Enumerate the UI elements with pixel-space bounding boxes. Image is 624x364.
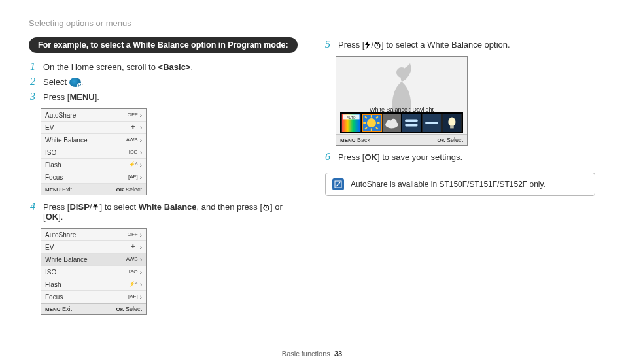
- menu-bottom-bar: MENU ExitOK Select: [41, 184, 146, 195]
- silhouette-icon: [379, 62, 425, 113]
- menu-row: AutoShareOFF›: [41, 229, 146, 241]
- step-6: 6 Press [OK] to save your settings.: [325, 150, 595, 165]
- svg-rect-37: [425, 122, 438, 124]
- menu-row-value: AWB›: [126, 137, 142, 144]
- step-text: ] to save your settings.: [377, 152, 462, 162]
- menu-row-label: AutoShare: [45, 112, 76, 119]
- menu-row: ISOISO›: [41, 266, 146, 278]
- menu-row-label: Focus: [45, 293, 63, 301]
- menu-row: White BalanceAWB›: [41, 254, 146, 266]
- left-column: For example, to select a White Balance o…: [29, 37, 300, 319]
- menu-row-value: OFF›: [128, 112, 142, 119]
- wb-thumb-fluorescent-h: [402, 114, 422, 132]
- menu-row-label: White Balance: [45, 256, 87, 263]
- note-box: AutoShare is available in ST150F/ST151F/…: [325, 173, 595, 196]
- step-text: Press [: [43, 92, 69, 102]
- step-text: , and then press [: [197, 202, 262, 212]
- footer-section: Basic functions: [282, 350, 330, 357]
- menu-button-label: MENU: [69, 92, 94, 102]
- menu-row: White BalanceAWB›: [41, 134, 146, 146]
- svg-marker-10: [365, 41, 370, 49]
- svg-rect-40: [450, 125, 454, 128]
- ok-button-label: OK: [364, 152, 377, 162]
- step-text-post: ].: [95, 92, 99, 102]
- svg-point-20: [367, 118, 376, 127]
- menu-row-label: Flash: [45, 161, 61, 169]
- step-number: 1: [30, 61, 35, 73]
- menu-row-label: White Balance: [45, 137, 87, 144]
- step-number: 6: [325, 151, 330, 163]
- menu-row-value: ✚›: [129, 244, 142, 251]
- exit-hint: MENU Exit: [45, 304, 72, 314]
- self-timer-icon: [373, 40, 381, 50]
- svg-point-4: [96, 204, 98, 206]
- back-hint: MENU Back: [340, 135, 370, 145]
- menu-row: ISOISO›: [41, 146, 146, 159]
- step-bold: <Basic>: [158, 62, 191, 72]
- menu-row: EV✚›: [41, 241, 146, 254]
- step-text: Press [: [338, 152, 364, 162]
- menu-row: Focus[AF]›: [41, 291, 146, 303]
- menu-row-label: ISO: [45, 269, 56, 276]
- step-text: Press [: [338, 40, 364, 50]
- svg-line-42: [336, 182, 340, 186]
- page-section-heading: Selecting options or menus: [29, 18, 595, 28]
- wb-thumb-auto: AUTO: [341, 114, 362, 132]
- menu-row-value: ⚡ᴬ›: [129, 161, 142, 169]
- menu-row-value: OFF›: [128, 231, 142, 239]
- svg-rect-5: [95, 207, 96, 210]
- self-timer-icon: [262, 202, 270, 212]
- preview-bottom-bar: MENU Back OK Select: [336, 134, 467, 145]
- page-footer: Basic functions 33: [0, 350, 624, 357]
- step-bold: White Balance: [139, 202, 197, 212]
- svg-point-39: [448, 118, 455, 127]
- step-number: 3: [30, 91, 35, 103]
- step-2: 2 Select .: [30, 74, 300, 90]
- menu-row-label: EV: [45, 244, 54, 251]
- step-5: 5 Press [/] to select a White Balance op…: [325, 37, 595, 52]
- example-heading-pill: For example, to select a White Balance o…: [29, 37, 298, 53]
- wb-thumb-cloudy: [382, 114, 402, 132]
- svg-line-9: [267, 205, 268, 206]
- svg-point-2: [97, 206, 99, 208]
- svg-point-1: [94, 206, 95, 208]
- svg-rect-35: [406, 124, 419, 126]
- svg-line-14: [378, 42, 379, 44]
- step-text: ] to select a White Balance option.: [381, 40, 510, 50]
- step-text: Select: [43, 77, 67, 87]
- svg-line-13: [375, 42, 377, 44]
- menu-row-label: Focus: [45, 174, 63, 181]
- step-3: 3 Press [MENU].: [30, 90, 300, 105]
- step-number: 5: [325, 39, 330, 50]
- right-column: 5 Press [/] to select a White Balance op…: [324, 37, 595, 319]
- menu-row-label: Flash: [45, 281, 61, 288]
- menu-row-label: ISO: [45, 149, 56, 156]
- svg-text:AUTO: AUTO: [347, 116, 356, 120]
- ok-button-label: OK: [46, 212, 59, 222]
- menu-row-value: ✚›: [129, 124, 142, 131]
- step-text: On the Home screen, scroll to: [43, 62, 158, 72]
- disp-button-label: DISP: [69, 202, 89, 212]
- select-hint: OK Select: [437, 135, 463, 145]
- menu-row: AutoShareOFF›: [41, 109, 146, 122]
- step-number: 4: [30, 201, 35, 212]
- white-balance-preview: White Balance : Daylight AUTO: [336, 56, 468, 146]
- svg-rect-33: [402, 114, 421, 132]
- menu-row-label: EV: [45, 124, 54, 131]
- menu-row: Flash⚡ᴬ›: [41, 159, 146, 171]
- white-balance-thumb-row: AUTO: [340, 112, 463, 133]
- step-number: 2: [30, 76, 35, 88]
- program-mode-icon: [69, 78, 81, 87]
- camera-menu-panel-a: AutoShareOFF›EV✚›White BalanceAWB›ISOISO…: [41, 108, 147, 195]
- step-text: Press [: [43, 202, 69, 212]
- menu-row: Flash⚡ᴬ›: [41, 278, 146, 291]
- menu-row-value: AWB›: [126, 256, 142, 263]
- menu-row-value: ISO›: [129, 269, 142, 276]
- exit-hint: MENU Exit: [45, 184, 72, 195]
- wb-thumb-fluorescent-l: [422, 114, 442, 132]
- menu-row-value: ⚡ᴬ›: [129, 281, 142, 288]
- step-4: 4 Press [DISP/] to select White Balance,…: [30, 199, 300, 224]
- step-1: 1 On the Home screen, scroll to <Basic>.: [30, 59, 300, 74]
- note-icon: [332, 178, 344, 190]
- menu-row-value: [AF]›: [128, 174, 142, 181]
